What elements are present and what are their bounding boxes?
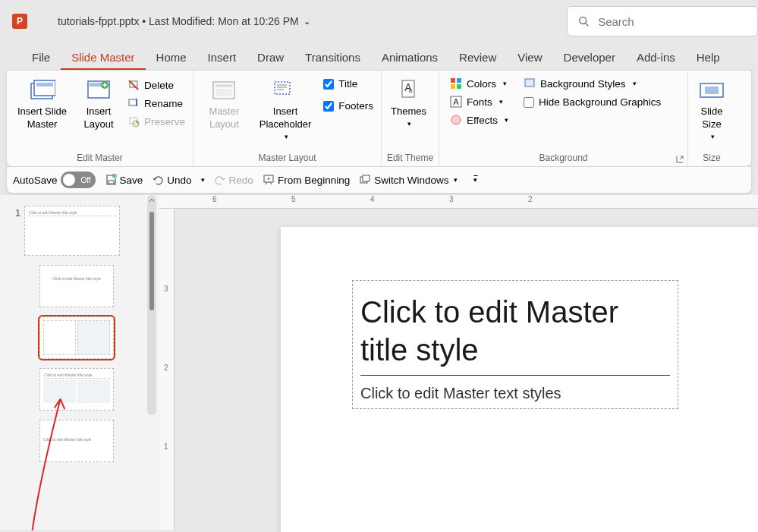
menu-draw[interactable]: Draw — [247, 46, 294, 70]
slide-number: 1 — [15, 207, 20, 219]
chevron-down-icon: ▾ — [711, 133, 715, 142]
svg-rect-36 — [109, 181, 114, 184]
preserve-icon — [127, 115, 140, 127]
subtitle-placeholder-text[interactable]: Click to edit Master text styles — [360, 385, 670, 402]
search-icon — [578, 15, 589, 27]
vertical-ruler: 3 2 1 — [159, 209, 175, 530]
svg-line-11 — [129, 80, 138, 90]
search-input[interactable] — [598, 15, 747, 28]
svg-text:A: A — [453, 97, 459, 106]
from-beginning-button[interactable]: From Beginning — [263, 174, 350, 186]
svg-rect-4 — [36, 83, 53, 87]
svg-rect-42 — [363, 175, 370, 181]
menu-insert[interactable]: Insert — [197, 46, 247, 70]
search-box[interactable] — [567, 6, 758, 36]
background-label: Background — [444, 151, 683, 165]
delete-button[interactable]: Delete — [124, 77, 188, 93]
master-layout-button[interactable]: Master Layout — [198, 74, 250, 134]
colors-icon — [450, 77, 462, 90]
size-label: Size — [693, 151, 731, 165]
slide-size-button[interactable]: Slide Size▾ — [693, 74, 731, 144]
title-checkbox-input[interactable] — [323, 79, 334, 90]
file-title: tutorials-fppt.pptx • Last Modified: Mon… — [58, 15, 299, 27]
preserve-button[interactable]: Preserve — [124, 113, 188, 130]
menu-file[interactable]: File — [21, 46, 61, 70]
redo-icon — [214, 174, 226, 186]
chevron-down-icon: ▾ — [473, 176, 477, 184]
background-styles-button[interactable]: Background Styles▾ — [521, 75, 664, 92]
menu-view[interactable]: View — [507, 46, 552, 70]
chevron-down-icon: ▾ — [285, 133, 288, 142]
themes-button[interactable]: Aa Themes ▾ — [386, 74, 431, 132]
thumbnail-scrollbar[interactable] — [147, 195, 156, 415]
svg-rect-26 — [451, 78, 455, 83]
svg-rect-17 — [215, 84, 232, 87]
edit-master-label: Edit Master — [11, 151, 188, 165]
redo-button[interactable]: Redo — [214, 174, 253, 186]
chevron-down-icon: ▾ — [499, 98, 503, 105]
svg-rect-33 — [525, 79, 534, 87]
master-thumbnail[interactable]: Click to edit Master title style — [24, 206, 120, 256]
rename-button[interactable]: Rename — [124, 95, 188, 112]
chevron-down-icon: ▾ — [201, 176, 205, 184]
insert-slide-master-button[interactable]: Insert Slide Master — [11, 74, 73, 134]
save-button[interactable]: Save — [105, 174, 143, 186]
layout-thumbnail-4[interactable]: Click to edit Master title style — [39, 420, 114, 462]
menu-transitions[interactable]: Transitions — [294, 46, 371, 70]
master-layout-icon — [212, 80, 236, 100]
themes-icon: Aa — [398, 79, 419, 102]
menu-developer[interactable]: Developer — [553, 46, 626, 70]
chevron-down-icon: ▾ — [633, 80, 637, 87]
title-placeholder[interactable]: Click to edit Master title style Click t… — [352, 280, 678, 409]
menu-addins[interactable]: Add-ins — [626, 46, 686, 70]
menu-animations[interactable]: Animations — [371, 46, 448, 70]
menu-review[interactable]: Review — [448, 46, 507, 70]
insert-placeholder-button[interactable]: Insert Placeholder▾ — [253, 74, 317, 144]
title-checkbox[interactable]: Title — [320, 74, 376, 94]
effects-button[interactable]: Effects▾ — [447, 112, 511, 128]
delete-icon — [127, 79, 140, 91]
menu-help[interactable]: Help — [686, 46, 731, 70]
layout-thumbnail-3[interactable]: Click to edit Master title style — [39, 368, 114, 411]
svg-text:a: a — [409, 87, 413, 94]
chevron-down-icon: ▾ — [503, 80, 507, 87]
undo-icon — [152, 174, 164, 186]
fonts-icon: A — [450, 96, 462, 108]
hide-bg-checkbox-input[interactable] — [524, 97, 534, 108]
title-placeholder-text[interactable]: Click to edit Master title style — [360, 293, 670, 376]
undo-button[interactable]: Undo ▾ — [152, 174, 204, 186]
slide-canvas[interactable]: Click to edit Master title style Click t… — [281, 227, 758, 532]
placeholder-icon — [273, 80, 297, 100]
scroll-up-icon[interactable] — [147, 197, 156, 204]
svg-point-32 — [451, 115, 461, 124]
fonts-button[interactable]: A Fonts▾ — [447, 93, 511, 110]
menu-bar: File Slide Master Home Insert Draw Trans… — [0, 42, 758, 70]
svg-rect-12 — [129, 99, 137, 105]
layout-icon — [86, 80, 111, 101]
menu-slide-master[interactable]: Slide Master — [61, 46, 145, 70]
title-chevron-icon[interactable]: ⌄ — [304, 17, 310, 27]
menu-home[interactable]: Home — [146, 46, 197, 70]
windows-icon — [359, 174, 371, 186]
chevron-down-icon: ▾ — [407, 120, 411, 129]
qat-more-button[interactable]: ▾ — [471, 176, 477, 184]
horizontal-ruler: 6 5 4 3 2 — [159, 195, 758, 209]
switch-windows-button[interactable]: Switch Windows▾ — [359, 174, 458, 186]
master-layout-label: Master Layout — [198, 151, 376, 165]
layout-thumbnail-2-selected[interactable] — [39, 316, 114, 359]
colors-button[interactable]: Colors▾ — [447, 75, 511, 92]
effects-icon — [450, 114, 462, 126]
chevron-down-icon: ▾ — [505, 116, 508, 124]
presentation-icon — [263, 174, 275, 186]
autosave-toggle[interactable]: AutoSave Off — [13, 172, 96, 188]
thumbnail-panel: 1 Click to edit Master title style Click… — [0, 195, 159, 530]
footers-checkbox-input[interactable] — [323, 101, 334, 112]
layout-thumbnail-1[interactable]: Click to edit Master title style — [39, 265, 114, 307]
svg-rect-19 — [275, 82, 290, 94]
insert-layout-button[interactable]: Insert Layout — [76, 74, 121, 134]
dialog-launcher-icon[interactable] — [675, 155, 684, 164]
hide-bg-checkbox[interactable]: Hide Background Graphics — [521, 93, 664, 111]
bg-styles-icon — [524, 77, 536, 90]
edit-theme-label: Edit Theme — [386, 151, 434, 165]
footers-checkbox[interactable]: Footers — [320, 96, 376, 116]
